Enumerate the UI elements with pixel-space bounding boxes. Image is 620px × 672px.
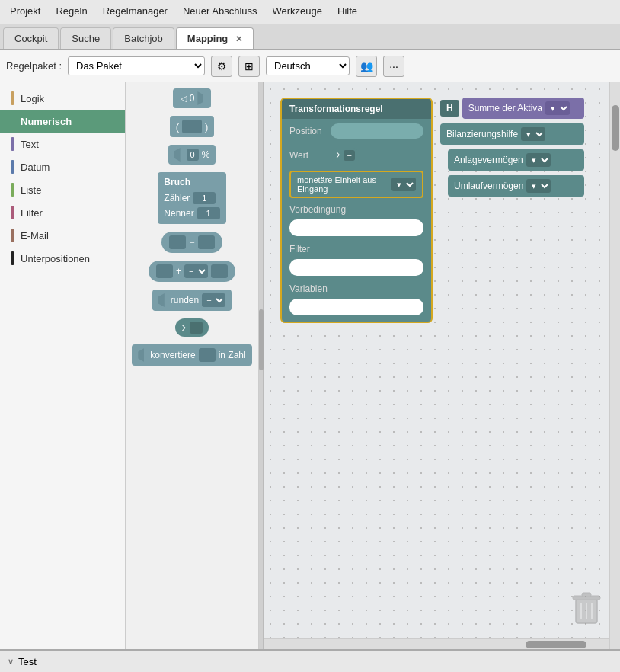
vorbedingung-label: Vorbedingung xyxy=(282,201,431,218)
menu-regeln[interactable]: Regeln xyxy=(48,2,94,24)
sidebar-item-filter[interactable]: Filter xyxy=(0,201,125,224)
summe-select[interactable]: ▾ xyxy=(545,101,570,115)
palette-fraction-row: Bruch Zähler 1 Nenner 1 xyxy=(130,172,254,224)
notch-right-number xyxy=(197,91,203,105)
menu-bar: Projekt Regeln Regelmanager Neuer Abschl… xyxy=(0,0,620,24)
right-block-group: H Summe der Aktiva ▾ Bilanzierungshilfe … xyxy=(440,98,584,197)
chevron-down-icon: ∨ xyxy=(8,657,14,667)
transform-block-container: Transformationsregel Position Wert Σ − m… xyxy=(280,98,433,323)
nenner-value[interactable]: 1 xyxy=(197,207,220,219)
bilanzierung-select[interactable]: ▾ xyxy=(521,127,545,141)
palette-subtract-row: − xyxy=(130,232,254,253)
tab-bar: Cockpit Suche Batchjob Mapping ✕ xyxy=(0,24,620,50)
variablen-slot[interactable] xyxy=(289,299,423,315)
position-label: Position xyxy=(289,126,326,136)
arith-operator-select[interactable]: −+×÷ xyxy=(184,264,208,278)
tab-batchjob[interactable]: Batchjob xyxy=(113,27,174,49)
transform-header: Transformationsregel xyxy=(282,99,431,119)
anlage-block[interactable]: Anlagevermögen ▾ xyxy=(448,149,584,171)
users-button[interactable]: 👥 xyxy=(356,56,377,77)
bottom-panel-label: Test xyxy=(18,656,37,667)
tab-cockpit[interactable]: Cockpit xyxy=(3,27,59,49)
canvas-area[interactable]: Transformationsregel Position Wert Σ − m… xyxy=(264,82,620,649)
package-select[interactable]: Das Paket xyxy=(68,56,205,75)
palette-round-block[interactable]: runden − xyxy=(152,290,232,311)
table-icon: ⊞ xyxy=(244,60,254,72)
palette-percent-row: 0 % xyxy=(130,145,254,165)
sidebar-item-liste[interactable]: Liste xyxy=(0,178,125,201)
trash-area[interactable] xyxy=(570,588,603,628)
transform-row-position: Position xyxy=(282,119,431,143)
summe-row: H Summe der Aktiva ▾ xyxy=(440,98,584,119)
trash-icon xyxy=(571,590,602,626)
bilanzierung-label: Bilanzierungshilfe xyxy=(446,129,518,139)
more-icon: ··· xyxy=(389,60,398,72)
transform-block[interactable]: Transformationsregel Position Wert Σ − m… xyxy=(280,98,433,323)
filter-slot[interactable] xyxy=(289,259,423,276)
umlauf-select[interactable]: ▾ xyxy=(526,179,551,193)
transform-row-wert: Wert Σ − xyxy=(282,143,431,168)
mono-unit-select[interactable]: ▾ xyxy=(391,178,416,191)
toolbar: Regelpaket : Das Paket ⚙ ⊞ Deutsch 👥 ··· xyxy=(0,50,620,82)
v-scroll-thumb[interactable] xyxy=(612,105,619,151)
convert-inner-slot xyxy=(199,348,216,362)
sidebar-item-logik[interactable]: Logik xyxy=(0,87,125,110)
sidebar-item-datum[interactable]: Datum xyxy=(0,155,125,178)
vorbedingung-slot[interactable] xyxy=(289,219,423,236)
menu-neuer-abschluss[interactable]: Neuer Abschluss xyxy=(175,2,265,24)
sidebar-item-unterpositionen[interactable]: Unterpositionen xyxy=(0,247,125,270)
palette-text-row: ( ) xyxy=(130,116,254,137)
gear-button[interactable]: ⚙ xyxy=(211,56,232,77)
anlage-label: Anlagevermögen xyxy=(454,155,523,165)
sidebar-item-text[interactable]: Text xyxy=(0,133,125,155)
palette-arithmetic-row: + −+×÷ xyxy=(130,261,254,282)
menu-projekt[interactable]: Projekt xyxy=(2,2,48,24)
menu-regelmanager[interactable]: Regelmanager xyxy=(95,2,175,24)
variablen-label: Variablen xyxy=(282,280,431,297)
vertical-scrollbar[interactable] xyxy=(609,82,620,649)
tab-mapping-close[interactable]: ✕ xyxy=(235,34,242,43)
h-label-block: H xyxy=(440,100,459,117)
menu-hilfe[interactable]: Hilfe xyxy=(330,2,365,24)
wert-minus-slot: − xyxy=(344,150,354,161)
number-icon: ◁ xyxy=(181,94,187,104)
mono-unit-block[interactable]: monetäre Einheit aus Eingang ▾ xyxy=(289,171,423,198)
gear-icon: ⚙ xyxy=(217,60,227,72)
sidebar-item-numerisch[interactable]: Numerisch xyxy=(0,110,125,133)
palette-subtract-block[interactable]: − xyxy=(161,232,222,253)
palette: ◁ 0 ( ) 0 % Bruch xyxy=(126,82,259,649)
horizontal-scrollbar[interactable] xyxy=(264,638,609,649)
filter-label: Filter xyxy=(282,241,431,258)
wert-sigma-block[interactable]: Σ − xyxy=(331,148,360,163)
anlage-select[interactable]: ▾ xyxy=(526,153,551,167)
palette-number-block[interactable]: ◁ 0 xyxy=(173,88,212,108)
bottom-panel[interactable]: ∨ Test xyxy=(0,649,620,672)
users-icon: 👥 xyxy=(360,60,373,72)
convert-suffix: in Zahl xyxy=(219,350,246,360)
h-scroll-thumb[interactable] xyxy=(526,641,586,648)
palette-convert-block[interactable]: konvertiere in Zahl xyxy=(132,344,251,366)
tab-mapping[interactable]: Mapping ✕ xyxy=(176,27,254,49)
wert-sigma-icon: Σ xyxy=(336,150,341,161)
umlauf-block[interactable]: Umlaufvermögen ▾ xyxy=(448,175,584,197)
palette-sigma-block[interactable]: Σ − xyxy=(175,318,208,337)
zaehler-value[interactable]: 1 xyxy=(193,192,216,204)
palette-number-row: ◁ 0 xyxy=(130,88,254,108)
sidebar-item-email[interactable]: E-Mail xyxy=(0,224,125,247)
tab-suche[interactable]: Suche xyxy=(60,27,111,49)
notch-left-konvert xyxy=(138,348,144,362)
position-slot[interactable] xyxy=(331,123,423,139)
bilanzierung-block[interactable]: Bilanzierungshilfe ▾ xyxy=(440,123,584,145)
plus-icon: + xyxy=(176,266,181,277)
table-button[interactable]: ⊞ xyxy=(238,56,260,77)
more-button[interactable]: ··· xyxy=(383,56,404,77)
language-select[interactable]: Deutsch xyxy=(266,56,350,75)
palette-arithmetic-block[interactable]: + −+×÷ xyxy=(149,261,235,282)
convert-label: konvertiere xyxy=(150,350,195,360)
summe-dropdown-block[interactable]: Summe der Aktiva ▾ xyxy=(462,98,584,119)
palette-text-block[interactable]: ( ) xyxy=(170,116,215,137)
round-mode-select[interactable]: − xyxy=(202,293,225,307)
menu-werkzeuge[interactable]: Werkzeuge xyxy=(265,2,331,24)
palette-percent-block[interactable]: 0 % xyxy=(168,145,216,165)
palette-fraction-block[interactable]: Bruch Zähler 1 Nenner 1 xyxy=(158,172,225,224)
